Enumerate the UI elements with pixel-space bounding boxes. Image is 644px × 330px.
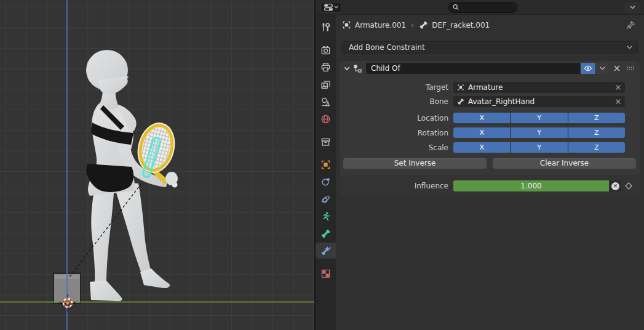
- influence-slider[interactable]: 1.000: [453, 180, 609, 191]
- props-tab-object-data[interactable]: [316, 208, 336, 224]
- bone-label: Bone: [343, 97, 453, 106]
- clear-inverse-button[interactable]: Clear Inverse: [493, 158, 636, 169]
- influence-slider-group: 1.000 ✕: [453, 180, 621, 191]
- child-of-constraint-panel: Child Of: [340, 61, 640, 196]
- object-icon: [342, 20, 351, 30]
- grip-dots-icon: [626, 65, 635, 71]
- props-tab-output[interactable]: [316, 59, 336, 75]
- properties-editor-icon: [324, 4, 333, 11]
- breadcrumb-bone-label: DEF_racket.001: [432, 21, 490, 30]
- location-x-toggle[interactable]: X: [453, 113, 510, 123]
- rotation-y-toggle[interactable]: Y: [511, 127, 567, 138]
- search-input[interactable]: [461, 3, 513, 11]
- editor-type-button[interactable]: [320, 2, 341, 13]
- constraint-extras-dropdown[interactable]: [596, 63, 608, 74]
- location-label: Location: [343, 114, 453, 123]
- target-clear-button[interactable]: [615, 84, 621, 91]
- breadcrumb: Armature.001 › DEF_racket.001: [336, 15, 644, 35]
- properties-tab-strip: [316, 15, 336, 330]
- keyframe-decorator-icon[interactable]: [625, 182, 632, 189]
- breadcrumb-object[interactable]: Armature.001: [342, 20, 406, 30]
- scale-z-toggle[interactable]: Z: [568, 142, 625, 153]
- rotation-label: Rotation: [343, 129, 453, 137]
- props-tab-bone-constraint[interactable]: [316, 243, 336, 259]
- eye-icon: [584, 65, 592, 72]
- properties-header: [316, 0, 644, 15]
- set-inverse-button[interactable]: Set Inverse: [343, 158, 487, 169]
- props-tab-texture[interactable]: [316, 265, 336, 281]
- chevron-down-icon: [600, 66, 605, 70]
- bone-value: Avatar_RightHand: [468, 97, 535, 106]
- constraint-name-field[interactable]: Child Of: [366, 63, 580, 74]
- close-icon: [615, 84, 621, 91]
- bone-icon: [419, 20, 428, 30]
- constraint-drag-handle[interactable]: [626, 65, 635, 71]
- viewport-scene: [0, 0, 314, 330]
- close-icon: [615, 99, 621, 105]
- bone-clear-button[interactable]: [615, 99, 621, 105]
- chevron-down-icon: [630, 6, 635, 9]
- close-icon: [613, 65, 621, 72]
- hand: [165, 172, 178, 188]
- add-bone-constraint-label: Add Bone Constraint: [349, 43, 627, 52]
- circle-x-icon: ✕: [611, 182, 619, 190]
- target-field[interactable]: Armature: [453, 82, 625, 93]
- scale-x-toggle[interactable]: X: [453, 142, 510, 153]
- props-tab-view-layer[interactable]: [316, 76, 336, 92]
- breadcrumb-object-label: Armature.001: [355, 21, 406, 30]
- props-tab-constraints[interactable]: [316, 174, 336, 190]
- chevron-down-icon: [627, 46, 632, 49]
- constraint-panel-header: Child Of: [340, 61, 640, 76]
- rotation-axis-toggles: X Y Z: [453, 127, 625, 138]
- add-bone-constraint-dropdown[interactable]: Add Bone Constraint: [342, 41, 638, 54]
- bone-icon: [457, 98, 464, 105]
- location-z-toggle[interactable]: Z: [568, 113, 625, 123]
- properties-content: Armature.001 › DEF_racket.001 Add Bone C…: [336, 15, 644, 330]
- object-origin-dot: [66, 301, 70, 305]
- search-icon: [453, 4, 459, 10]
- influence-label: Influence: [343, 182, 453, 190]
- scale-y-toggle[interactable]: Y: [511, 142, 567, 153]
- scale-label: Scale: [343, 143, 453, 152]
- search-field[interactable]: [448, 2, 517, 13]
- properties-editor: Armature.001 › DEF_racket.001 Add Bone C…: [316, 0, 644, 330]
- constraint-visibility-toggle[interactable]: [581, 63, 595, 74]
- front-foot: [140, 268, 170, 288]
- location-axis-toggles: X Y Z: [453, 113, 625, 123]
- rotation-x-toggle[interactable]: X: [453, 127, 510, 138]
- props-tab-collection[interactable]: [316, 134, 336, 150]
- props-tab-physics[interactable]: [316, 191, 336, 207]
- props-tab-bone[interactable]: [316, 225, 336, 241]
- target-value: Armature: [468, 83, 503, 92]
- scale-axis-toggles: X Y Z: [453, 142, 625, 153]
- 3d-viewport[interactable]: [0, 0, 314, 330]
- target-label: Target: [343, 83, 453, 92]
- rotation-z-toggle[interactable]: Z: [568, 127, 625, 138]
- object-icon: [457, 84, 464, 91]
- pin-icon[interactable]: [626, 20, 635, 30]
- props-tab-object[interactable]: [316, 156, 336, 172]
- influence-clear-override-button[interactable]: ✕: [610, 180, 621, 191]
- blender-window: Armature.001 › DEF_racket.001 Add Bone C…: [0, 0, 644, 330]
- props-tab-scene[interactable]: [316, 94, 336, 110]
- expand-chevron-icon[interactable]: [343, 65, 351, 72]
- props-tab-render[interactable]: [316, 42, 336, 58]
- constraint-delete-button[interactable]: [613, 65, 621, 72]
- header-overflow-button[interactable]: [624, 2, 640, 13]
- bone-field[interactable]: Avatar_RightHand: [453, 96, 625, 107]
- props-tab-tool[interactable]: [316, 19, 336, 35]
- chevron-down-icon: [334, 6, 338, 9]
- location-y-toggle[interactable]: Y: [511, 113, 567, 123]
- props-tab-world[interactable]: [316, 111, 336, 127]
- breadcrumb-bone[interactable]: DEF_racket.001: [419, 20, 490, 30]
- back-foot: [90, 280, 122, 301]
- child-of-constraint-icon: [352, 63, 362, 74]
- constraint-name-group: Child Of: [366, 63, 608, 74]
- influence-subpanel: Influence 1.000 ✕: [340, 175, 640, 196]
- breadcrumb-separator: ›: [411, 20, 414, 30]
